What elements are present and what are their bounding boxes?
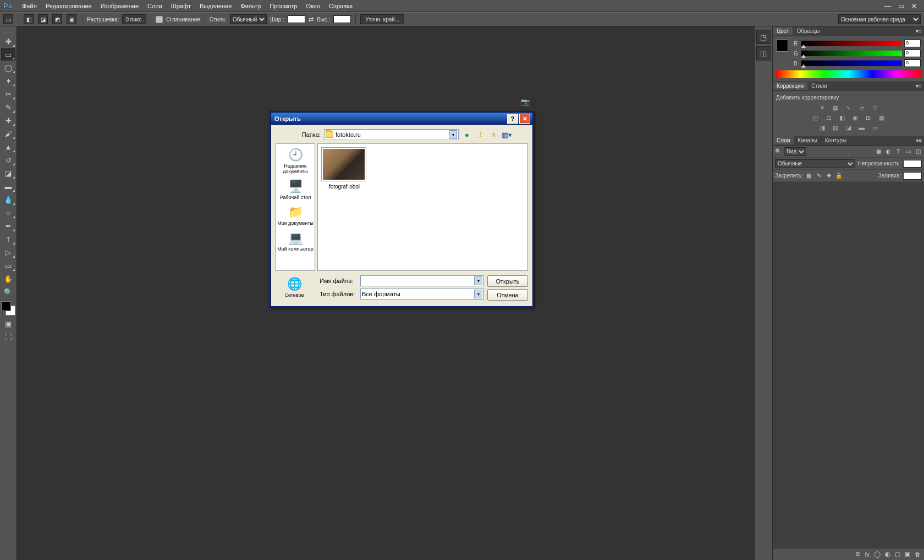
crop-tool[interactable]: ✂ bbox=[1, 88, 15, 100]
dodge-tool[interactable]: ○ bbox=[1, 207, 15, 219]
layers-panel-menu[interactable]: ▾≡ bbox=[914, 137, 924, 143]
adj-selective-icon[interactable]: ▭ bbox=[870, 124, 880, 131]
filter-smart-icon[interactable]: ◫ bbox=[914, 148, 922, 156]
new-layer-icon[interactable]: ▣ bbox=[905, 551, 910, 558]
filename-input[interactable]: ▾ bbox=[360, 275, 484, 286]
lasso-tool[interactable]: ◯ bbox=[1, 62, 15, 74]
screen-mode[interactable]: ⛶ bbox=[1, 331, 15, 343]
adj-hue-icon[interactable]: ◫ bbox=[811, 114, 821, 121]
nav-up-icon[interactable]: ⤴ bbox=[475, 130, 485, 140]
new-folder-icon[interactable]: ✳ bbox=[488, 130, 498, 140]
height-input[interactable] bbox=[333, 15, 351, 23]
feather-input[interactable]: 0 пикс. bbox=[122, 14, 146, 24]
adj-gradmap-icon[interactable]: ▬ bbox=[857, 124, 867, 131]
layers-list[interactable] bbox=[773, 182, 924, 548]
move-tool[interactable]: ✥ bbox=[1, 35, 15, 47]
marquee-tool[interactable]: ▭ bbox=[1, 48, 15, 60]
menu-help[interactable]: Справка bbox=[324, 3, 357, 9]
filter-adj-icon[interactable]: ◐ bbox=[884, 148, 892, 156]
b-slider[interactable] bbox=[801, 60, 902, 66]
adj-photo-filter-icon[interactable]: ◉ bbox=[850, 114, 860, 121]
menu-select[interactable]: Выделение bbox=[195, 3, 236, 9]
adj-brightness-icon[interactable]: ☀ bbox=[817, 104, 827, 112]
new-adjustment-icon[interactable]: ◐ bbox=[885, 551, 890, 558]
adj-curves-icon[interactable]: ∿ bbox=[844, 104, 854, 112]
healing-tool[interactable]: ✚ bbox=[1, 114, 15, 126]
properties-panel-icon[interactable]: ◫ bbox=[756, 46, 771, 60]
place-desktop[interactable]: 🖥️ Рабочий стол bbox=[277, 178, 314, 201]
style-select[interactable]: Обычный bbox=[230, 14, 267, 24]
dialog-close-button[interactable]: ✕ bbox=[519, 114, 530, 124]
new-group-icon[interactable]: ▢ bbox=[895, 551, 900, 558]
open-button[interactable]: Открыть bbox=[487, 275, 528, 287]
brush-tool[interactable]: 🖌 bbox=[1, 127, 15, 140]
menu-layers[interactable]: Слои bbox=[143, 3, 167, 9]
tab-styles[interactable]: Стили bbox=[807, 82, 831, 90]
place-recent[interactable]: 🕘 Недавние документы bbox=[277, 146, 314, 175]
hand-tool[interactable]: ✋ bbox=[1, 273, 15, 285]
tab-adjustments[interactable]: Коррекция bbox=[773, 82, 807, 90]
gradient-tool[interactable]: ▬ bbox=[1, 180, 15, 192]
adj-invert-icon[interactable]: ◨ bbox=[817, 124, 827, 131]
place-mycomp[interactable]: 💻 Мой компьютер bbox=[277, 229, 314, 253]
lock-pixels-icon[interactable]: ▦ bbox=[805, 172, 813, 180]
menu-view[interactable]: Просмотр bbox=[265, 3, 301, 9]
tab-color[interactable]: Цвет bbox=[773, 27, 793, 35]
zoom-tool[interactable]: 🔍 bbox=[1, 286, 15, 298]
adj-bw-icon[interactable]: ◧ bbox=[837, 114, 847, 121]
color-swatches[interactable] bbox=[1, 301, 15, 315]
fg-color[interactable] bbox=[1, 301, 11, 311]
g-value[interactable]: 0 bbox=[904, 49, 921, 57]
history-panel-icon[interactable]: ◳ bbox=[756, 30, 771, 44]
width-input[interactable] bbox=[288, 15, 305, 23]
folder-dropdown[interactable]: ▾ bbox=[449, 130, 457, 139]
pen-tool[interactable]: ✒ bbox=[1, 220, 15, 232]
dialog-titlebar[interactable]: Открыть ? ✕ bbox=[271, 113, 532, 125]
menu-filter[interactable]: Фильтр bbox=[236, 3, 265, 9]
adjust-panel-menu[interactable]: ▾≡ bbox=[914, 83, 924, 89]
window-maximize[interactable]: ▭ bbox=[894, 2, 908, 10]
r-value[interactable]: 0 bbox=[904, 40, 921, 47]
lock-move-icon[interactable]: ✥ bbox=[825, 172, 833, 180]
menu-edit[interactable]: Редактирование bbox=[41, 3, 96, 9]
link-layers-icon[interactable]: ⧉ bbox=[856, 551, 860, 558]
folder-select[interactable]: fotokto.ru ▾ bbox=[324, 129, 459, 140]
filter-pixel-icon[interactable]: ▦ bbox=[875, 148, 882, 156]
window-close[interactable]: ✕ bbox=[908, 2, 921, 10]
adj-levels-icon[interactable]: ▦ bbox=[831, 104, 840, 112]
adj-lut-icon[interactable]: ▦ bbox=[877, 114, 887, 121]
tab-channels[interactable]: Каналы bbox=[794, 136, 821, 145]
menu-window[interactable]: Окно bbox=[302, 3, 325, 9]
magic-wand-tool[interactable]: ✦ bbox=[1, 75, 15, 87]
adj-threshold-icon[interactable]: ◪ bbox=[844, 124, 854, 131]
refine-edge-button[interactable]: Уточн. край... bbox=[360, 14, 404, 24]
antialias-checkbox[interactable] bbox=[156, 16, 163, 23]
eraser-tool[interactable]: ◪ bbox=[1, 167, 15, 179]
layer-filter-kind[interactable]: Вид bbox=[784, 147, 806, 156]
layer-mask-icon[interactable]: ◯ bbox=[874, 551, 881, 558]
adj-channel-mixer-icon[interactable]: ⊞ bbox=[864, 114, 873, 121]
sel-intersect[interactable]: ▣ bbox=[67, 14, 76, 24]
menu-type[interactable]: Шрифт bbox=[167, 3, 195, 9]
type-tool[interactable]: T bbox=[1, 233, 15, 245]
lock-all-icon[interactable]: 🔒 bbox=[835, 172, 843, 180]
menu-image[interactable]: Изображение bbox=[96, 3, 143, 9]
g-slider[interactable] bbox=[801, 51, 902, 56]
shape-tool[interactable]: ▭ bbox=[1, 259, 15, 271]
place-mydocs[interactable]: 📁 Мои документы bbox=[277, 203, 314, 227]
nav-back-icon[interactable]: ● bbox=[462, 130, 472, 140]
menu-file[interactable]: Файл bbox=[18, 3, 41, 9]
blur-tool[interactable]: 💧 bbox=[1, 193, 15, 206]
history-brush-tool[interactable]: ↺ bbox=[1, 154, 15, 166]
sel-new[interactable]: ◧ bbox=[24, 14, 34, 24]
path-select-tool[interactable]: ▷ bbox=[1, 246, 15, 258]
adj-posterize-icon[interactable]: ▤ bbox=[831, 124, 840, 131]
opacity-field[interactable] bbox=[903, 160, 922, 168]
quickmask-toggle[interactable]: ▣ bbox=[1, 318, 15, 330]
workspace-select[interactable]: Основная рабочая среда bbox=[838, 14, 921, 24]
filter-shape-icon[interactable]: ▭ bbox=[904, 148, 912, 156]
filter-type-icon[interactable]: T bbox=[894, 148, 902, 156]
fill-field[interactable] bbox=[903, 172, 922, 180]
filetype-select[interactable]: Все форматы ▾ bbox=[360, 289, 484, 300]
place-network[interactable]: 🌐 Сетевое bbox=[276, 275, 313, 299]
